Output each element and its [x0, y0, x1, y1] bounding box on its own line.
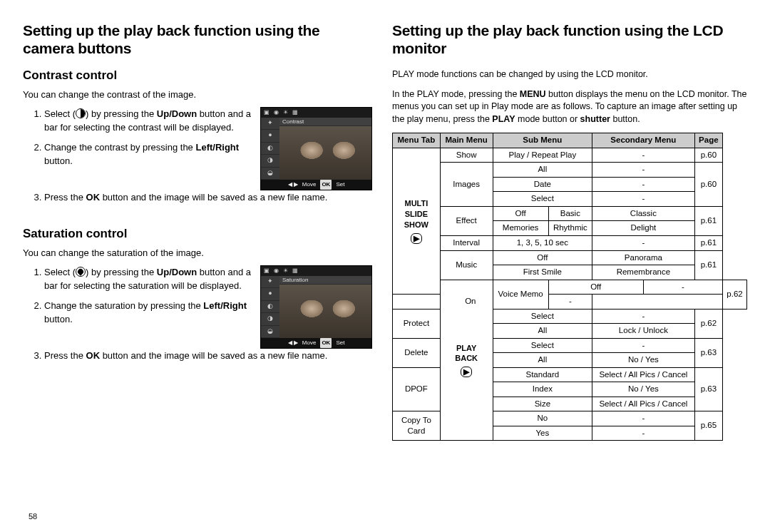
saturation-steps-cont: Press the OK button and the image will b… [23, 349, 372, 363]
cell: Select [493, 309, 592, 324]
cell: Copy To Card [393, 411, 441, 441]
saturation-step-3: Press the OK button and the image will b… [44, 349, 372, 363]
cell: Interval [440, 235, 493, 250]
manual-page: Setting up the play back function using … [0, 0, 770, 532]
cell: Basic [548, 206, 592, 221]
cell: Protect [393, 309, 441, 338]
saturation-icon [76, 267, 86, 277]
cell: p.65 [694, 411, 722, 441]
cell: Classic [592, 206, 695, 221]
cell: 1, 3, 5, 10 sec [493, 235, 592, 250]
left-title: Setting up the play back function using … [23, 21, 372, 57]
contrast-step-3: Press the OK button and the image will b… [44, 190, 372, 205]
cell: Delete [393, 338, 441, 367]
table-row: MULTI SLIDE SHOW ▶ Show Play / Repeat Pl… [393, 148, 747, 163]
cell: - [592, 177, 695, 192]
cell: No [493, 411, 592, 426]
cell: First Smile [493, 265, 592, 280]
cell: Standard [493, 367, 592, 382]
cell: p.63 [694, 367, 722, 411]
cell: - [548, 295, 592, 310]
contrast-steps-cont: Press the OK button and the image will b… [23, 190, 372, 205]
table-row: Images All - p.60 [393, 163, 747, 178]
cell: DPOF [393, 367, 441, 411]
contrast-thumbnail: ▣◉☀▦ ✦●◐◑◒ Contrast ◀ ▶ Move OK Set [260, 107, 372, 190]
cell: - [592, 148, 695, 163]
cell: Effect [440, 206, 493, 235]
contrast-step-1: Select () by pressing the Up/Down button… [44, 107, 253, 135]
saturation-thumb-label: Saturation [279, 276, 371, 284]
saturation-heading: Saturation control [23, 227, 372, 241]
tab-multi-slide-show: MULTI SLIDE SHOW ▶ [393, 148, 441, 294]
cell: No / Yes [592, 353, 695, 368]
saturation-thumb-image [279, 285, 371, 338]
cell: Rhythmic [548, 221, 592, 236]
th-tab: Menu Tab [393, 133, 441, 148]
cell: Lock / Unlock [592, 324, 695, 339]
cell: - [592, 411, 695, 426]
th-secondary: Secondary Menu [592, 133, 695, 148]
cell: - [592, 426, 695, 441]
contrast-icon [76, 108, 86, 118]
left-column: Setting up the play back function using … [23, 21, 372, 525]
cell: p.62 [694, 309, 722, 338]
th-page: Page [694, 133, 722, 148]
cell: Delight [592, 221, 695, 236]
cell: p.61 [694, 235, 722, 250]
cell: Memories [493, 221, 548, 236]
right-title: Setting up the play back function using … [392, 21, 747, 57]
cell: Music [440, 250, 493, 280]
table-row: Effect Off Basic Classic p.61 [393, 206, 747, 221]
table-row: Interval 1, 3, 5, 10 sec - p.61 [393, 235, 747, 250]
cell: Off [548, 280, 643, 295]
saturation-row: Select () by pressing the Up/Down button… [23, 265, 372, 349]
cell: No / Yes [592, 382, 695, 397]
cell: p.61 [694, 250, 722, 280]
cell: Size [493, 397, 592, 411]
cell: - [592, 163, 695, 178]
right-intro-1: PLAY mode functions can be changed by us… [392, 68, 747, 81]
contrast-thumb-image [279, 126, 371, 180]
cell: p.60 [694, 148, 722, 163]
cell: Off [493, 250, 592, 265]
cell: All [493, 163, 592, 178]
cell: - [592, 192, 695, 207]
cell: Select [493, 338, 592, 353]
cell: - [592, 309, 695, 324]
multi-slide-show-icon: ▶ [411, 233, 422, 244]
saturation-step-2: Change the saturation by pressing the Le… [44, 299, 253, 327]
cell: Images [440, 163, 493, 207]
cell: p.61 [694, 206, 722, 235]
cell: Date [493, 177, 592, 192]
cell: Off [493, 206, 548, 221]
table-header-row: Menu Tab Main Menu Sub Menu Secondary Me… [393, 133, 747, 148]
cell: Select / All Pics / Cancel [592, 397, 695, 411]
cell: p.60 [694, 163, 722, 207]
contrast-heading: Contrast control [23, 68, 372, 83]
play-back-icon: ▶ [461, 367, 472, 377]
table-row: On - [393, 295, 747, 310]
cell: Select / All Pics / Cancel [592, 367, 695, 382]
table-row: PLAY BACK ▶ Voice Memo Off - p.62 [393, 280, 747, 295]
right-column: Setting up the play back function using … [392, 21, 747, 525]
cell: All [493, 324, 592, 339]
contrast-row: Select () by pressing the Up/Down button… [23, 107, 372, 190]
cell: Remembrance [592, 265, 695, 280]
cell: Index [493, 382, 592, 397]
th-sub: Sub Menu [493, 133, 592, 148]
contrast-steps: Select () by pressing the Up/Down button… [23, 107, 253, 174]
cell: All [493, 353, 592, 368]
cell: p.63 [694, 338, 722, 367]
right-intro-2: In the PLAY mode, pressing the MENU butt… [392, 88, 747, 126]
saturation-thumbnail: ▣◉☀▦ ✦●◐◑◒ Saturation ◀ ▶ Move OK Set [260, 265, 372, 349]
cell: Yes [493, 426, 592, 441]
cell: Panorama [592, 250, 695, 265]
menu-table: Menu Tab Main Menu Sub Menu Secondary Me… [392, 133, 747, 441]
cell: Show [440, 148, 493, 163]
page-number: 58 [29, 512, 37, 521]
cell: p.62 [723, 280, 747, 309]
contrast-thumb-label: Contrast [279, 118, 371, 126]
saturation-step-1: Select () by pressing the Up/Down button… [44, 265, 253, 293]
cell: Select [493, 192, 592, 207]
saturation-steps: Select () by pressing the Up/Down button… [23, 265, 253, 332]
